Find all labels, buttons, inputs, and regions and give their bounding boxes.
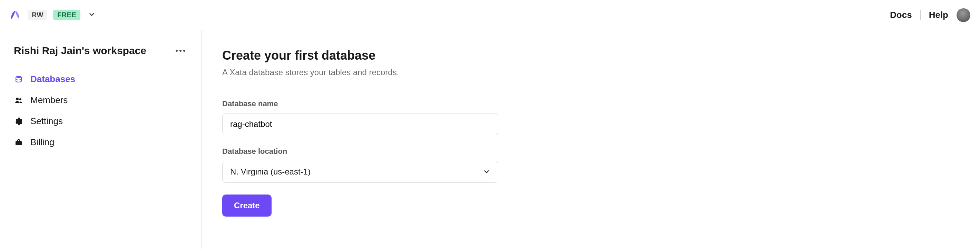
page-title: Create your first database	[222, 48, 498, 63]
database-location-select[interactable]: N. Virginia (us-east-1)	[222, 161, 498, 183]
chevron-down-icon	[483, 168, 490, 176]
briefcase-icon	[14, 138, 24, 147]
gear-icon	[14, 117, 24, 126]
sidebar-item-label: Databases	[30, 74, 75, 84]
database-name-label: Database name	[222, 99, 498, 108]
page-subtitle: A Xata database stores your tables and r…	[222, 68, 498, 77]
topbar: RW FREE Docs Help	[0, 0, 980, 30]
topbar-divider	[920, 10, 921, 21]
workspace-header: Rishi Raj Jain's workspace	[14, 45, 188, 57]
sidebar-item-databases[interactable]: Databases	[14, 74, 188, 84]
members-icon	[14, 95, 24, 105]
avatar[interactable]	[956, 8, 970, 22]
sidebar: Rishi Raj Jain's workspace Databases Mem…	[0, 30, 202, 249]
sidebar-item-label: Members	[30, 95, 68, 106]
svg-point-0	[16, 76, 21, 78]
workspace-initials-chip[interactable]: RW	[28, 10, 47, 21]
topbar-left: RW FREE	[8, 8, 95, 22]
more-dots-icon	[183, 50, 185, 52]
database-name-input[interactable]	[230, 119, 490, 129]
help-link[interactable]: Help	[929, 10, 948, 21]
main-content: Create your first database A Xata databa…	[202, 30, 519, 249]
more-dots-icon	[180, 50, 181, 52]
svg-rect-3	[16, 141, 22, 145]
xata-logo[interactable]	[8, 8, 22, 22]
sidebar-item-label: Billing	[30, 137, 54, 147]
chevron-down-icon	[88, 11, 95, 18]
layout-spacer	[519, 30, 980, 249]
svg-point-2	[19, 98, 21, 100]
database-icon	[14, 75, 24, 84]
database-location-field: Database location N. Virginia (us-east-1…	[222, 147, 498, 183]
workspace-more-button[interactable]	[173, 48, 188, 54]
sidebar-item-billing[interactable]: Billing	[14, 137, 188, 147]
workspace-switcher-button[interactable]	[88, 11, 95, 20]
sidebar-item-label: Settings	[30, 116, 63, 127]
database-name-field: Database name	[222, 99, 498, 135]
topbar-right: Docs Help	[890, 8, 970, 22]
sidebar-item-members[interactable]: Members	[14, 95, 188, 106]
docs-link[interactable]: Docs	[890, 10, 912, 21]
database-location-label: Database location	[222, 147, 498, 156]
sidebar-nav: Databases Members Settings Billing	[14, 74, 188, 147]
sidebar-item-settings[interactable]: Settings	[14, 116, 188, 127]
more-dots-icon	[176, 50, 178, 52]
workspace-name: Rishi Raj Jain's workspace	[14, 45, 146, 57]
plan-badge: FREE	[53, 10, 80, 21]
database-name-input-wrapper	[222, 113, 498, 135]
create-button[interactable]: Create	[222, 195, 272, 217]
database-location-value: N. Virginia (us-east-1)	[230, 167, 310, 176]
svg-point-1	[16, 98, 19, 100]
